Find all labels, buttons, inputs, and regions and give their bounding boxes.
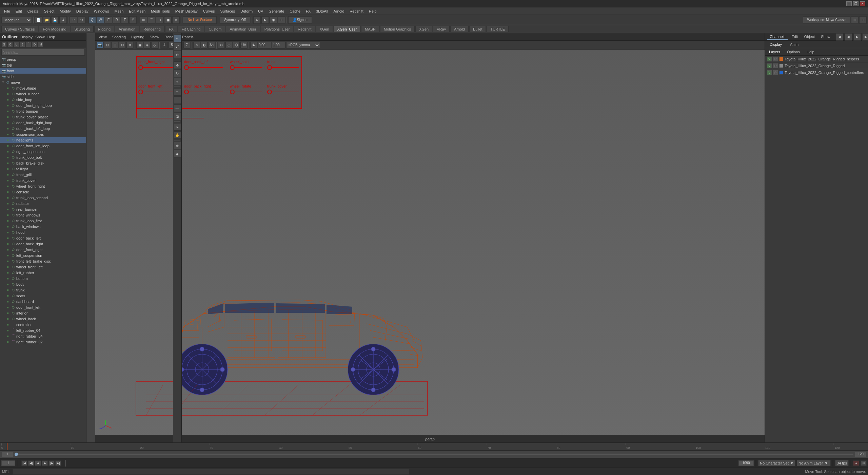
auto-key-button[interactable]: ●: [853, 460, 859, 466]
vp-xray-button[interactable]: ◌: [225, 42, 232, 49]
outliner-item-seats[interactable]: ■ ⬡ seats: [0, 293, 86, 299]
play-forward-button[interactable]: ▶: [42, 460, 48, 466]
outliner-item-move[interactable]: ▼ ⬡ move: [0, 79, 86, 85]
menu-generate[interactable]: Generate: [266, 8, 287, 14]
tab-xgen-user[interactable]: XGen_User: [334, 26, 360, 32]
outliner-item-left-rubber-04[interactable]: ■ ⌒ left_rubber_04: [0, 327, 86, 333]
playback-max-input[interactable]: [738, 460, 754, 466]
outliner-item-trunk-cover-plastic[interactable]: ■ ⬡ trunk_cover_plastic: [0, 114, 86, 120]
outliner-item-back-windows[interactable]: ■ ⬡ back_windows: [0, 224, 86, 229]
object-tab[interactable]: Object: [801, 34, 817, 40]
layer-ref-button[interactable]: P: [773, 63, 778, 68]
tab-fx[interactable]: FX: [165, 26, 177, 32]
go-to-end-button[interactable]: ▶|: [55, 460, 61, 466]
tab-rendering[interactable]: Rendering: [140, 26, 164, 32]
menu-edit-mesh[interactable]: Edit Mesh: [126, 8, 148, 14]
frame-start-input[interactable]: [1, 452, 13, 457]
vp-gamma-value[interactable]: [272, 42, 285, 49]
vp-colorspace-select[interactable]: sRGB gamma: [286, 42, 320, 49]
filter-cam-button[interactable]: C: [7, 42, 13, 47]
outliner-item-door-front-right-loop[interactable]: ■ ⬡ door_front_right_loop: [0, 102, 86, 108]
menu-uv[interactable]: UV: [255, 8, 266, 14]
outliner-item-front-left-brake-disc[interactable]: ■ ⬡ front_left_brake_disc: [0, 258, 86, 264]
vp-menu-view[interactable]: View: [97, 35, 109, 39]
select-mode-button[interactable]: ↖: [174, 35, 181, 42]
select-tool-button[interactable]: Q: [88, 16, 96, 24]
key-settings-button[interactable]: ⚙: [861, 460, 867, 466]
outliner-item-headlights[interactable]: ■ ⬡ headlights: [0, 137, 86, 143]
right-next-button[interactable]: ▶: [853, 33, 861, 41]
right-close-button[interactable]: ▶: [862, 33, 868, 41]
outliner-item-wheel-front-right[interactable]: ■ ⬡ wheel_front_right: [0, 183, 86, 189]
soft-mod-button[interactable]: Y: [129, 16, 137, 24]
outliner-item-suspension-axis[interactable]: ■ ⬡ suspension_axis: [0, 131, 86, 137]
menu-deform[interactable]: Deform: [238, 8, 255, 14]
outliner-item-front[interactable]: 📷 front: [0, 68, 86, 74]
sculpt-button[interactable]: ∿: [174, 123, 181, 131]
frame-end-input[interactable]: [855, 452, 867, 457]
outliner-item-trunk-loop-first[interactable]: ■ ⬡ trunk_loop_first: [0, 218, 86, 224]
layer-item-controllers[interactable]: V P Toyota_Hilux_2022_Orange_Rigged_cont…: [765, 69, 868, 76]
outliner-item-bottom[interactable]: ■ ⬡ bottom: [0, 276, 86, 281]
symmetry-button[interactable]: Symmetry: Off: [220, 16, 250, 24]
undo-button[interactable]: ↩: [70, 16, 77, 24]
outliner-item-rear-bumper[interactable]: ■ ⬡ rear_bumper: [0, 206, 86, 212]
paint-select-button[interactable]: 🖌: [174, 43, 181, 50]
tab-curves-surfaces[interactable]: Curves / Surfaces: [1, 26, 38, 32]
outliner-menu-display[interactable]: Display: [20, 35, 33, 39]
outliner-item-trunk-cover[interactable]: ■ ⬡ trunk_cover: [0, 177, 86, 183]
open-scene-button[interactable]: 📁: [43, 16, 51, 24]
layout-button[interactable]: ⊟: [859, 16, 867, 24]
tab-arnold[interactable]: Arnold: [450, 26, 469, 32]
pivot-button[interactable]: ⊕: [174, 142, 181, 149]
outliner-item-right-rubber-04[interactable]: ■ ⌒ right_rubber_04: [0, 333, 86, 339]
outliner-item-door-back-right[interactable]: ■ ⬡ door_back_right: [0, 241, 86, 247]
restore-button[interactable]: ❐: [853, 1, 859, 6]
vp-menu-show[interactable]: Show: [148, 35, 161, 39]
tab-poly-modeling[interactable]: Poly Modeling: [39, 26, 70, 32]
outliner-item-console[interactable]: ■ ⬡ console: [0, 189, 86, 195]
no-live-surface-button[interactable]: No Live Surface: [183, 16, 217, 24]
vp-menu-shading[interactable]: Shading: [110, 35, 128, 39]
filter-geo-button[interactable]: G: [1, 42, 7, 47]
scale-tool-button[interactable]: R: [113, 16, 120, 24]
step-back-button[interactable]: ◀|: [28, 460, 34, 466]
vp-frame-all-button[interactable]: ⊡: [104, 42, 111, 49]
new-scene-button[interactable]: 📄: [35, 16, 42, 24]
outliner-item-wheel-rubber[interactable]: ■ ⬡ wheel_rubber: [0, 91, 86, 97]
right-prev-button[interactable]: ◀: [845, 33, 852, 41]
soft-select-button[interactable]: ◉: [174, 150, 181, 157]
edit-tab[interactable]: Edit: [789, 34, 801, 40]
menu-help[interactable]: Help: [366, 8, 379, 14]
timeline-range-slider[interactable]: [15, 454, 853, 455]
menu-curves[interactable]: Curves: [200, 8, 218, 14]
layer-vis-button[interactable]: V: [767, 70, 772, 75]
menu-mesh[interactable]: Mesh: [112, 8, 126, 14]
outliner-item-controller[interactable]: ■ ⌒ controller: [0, 322, 86, 327]
menu-mesh-tools[interactable]: Mesh Tools: [148, 8, 172, 14]
sign-in-button[interactable]: 👤 Sign In: [288, 16, 312, 24]
menu-windows[interactable]: Windows: [91, 8, 112, 14]
menu-display[interactable]: Display: [74, 8, 91, 14]
render-settings-button[interactable]: ⚙: [253, 16, 261, 24]
outliner-item-door-back-left-loop[interactable]: ■ ⬡ door_back_left_loop: [0, 126, 86, 131]
snap-surface-button[interactable]: ◈: [172, 16, 180, 24]
rotate-tool-lv-button[interactable]: ↻: [174, 70, 181, 77]
tab-polygons-user[interactable]: Polygons_User: [261, 26, 294, 32]
layer-item-main[interactable]: V P Toyota_Hilux_2022_Orange_Rigged: [765, 62, 868, 69]
outliner-item-left-rubber[interactable]: ■ ⬡ left_rubber: [0, 270, 86, 276]
outliner-item-taillight[interactable]: ■ ⬡ taillight: [0, 166, 86, 172]
tab-xgen2[interactable]: XGen: [415, 26, 432, 32]
pause-button[interactable]: ⏸: [278, 16, 285, 24]
menu-create[interactable]: Create: [25, 8, 41, 14]
outliner-item-persp[interactable]: 📷 persp: [0, 56, 86, 62]
move-tool-lv-button[interactable]: ✥: [174, 61, 181, 69]
poly-select-button[interactable]: □: [174, 88, 181, 96]
command-input[interactable]: [13, 469, 409, 475]
tab-motion-graphics[interactable]: Motion Graphics: [380, 26, 415, 32]
outliner-search-input[interactable]: [1, 49, 85, 56]
vp-uv-button[interactable]: UV: [240, 42, 247, 49]
scale-tool-lv-button[interactable]: ⤡: [174, 78, 181, 85]
outliner-item-top[interactable]: 📷 top: [0, 62, 86, 68]
menu-file[interactable]: File: [1, 8, 13, 14]
